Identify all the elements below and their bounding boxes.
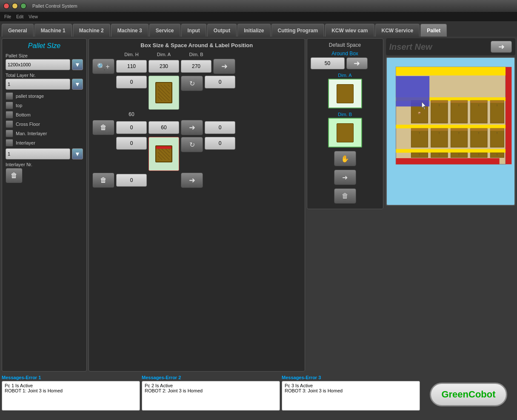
top-checkbox[interactable] — [6, 102, 13, 109]
r2-sub-a[interactable] — [116, 121, 147, 134]
sub-b-input-2[interactable] — [205, 137, 235, 150]
delete-row2-button[interactable]: 🗑 — [92, 173, 114, 188]
arrow-right-button-1[interactable]: ➜ — [213, 59, 235, 74]
dim-a-preview-box — [337, 84, 354, 103]
svg-text:↑: ↑ — [496, 104, 498, 107]
svg-text:↑: ↑ — [458, 153, 460, 156]
msg-box-1: Pc 1 Is Active ROBOT 1: Joint 3 is Homed — [2, 381, 140, 411]
man-interlayer-checkbox[interactable] — [6, 130, 13, 137]
ds-delete-button[interactable]: 🗑 — [334, 188, 356, 204]
menu-bar: File Edit View — [0, 12, 517, 21]
tab-output[interactable]: Output — [207, 24, 237, 37]
arrow-right-button-2[interactable]: ➜ — [181, 120, 203, 135]
svg-text:↑: ↑ — [496, 153, 498, 156]
interlayer-value-input[interactable] — [6, 148, 70, 159]
tab-cutting-program[interactable]: Cutting Program — [271, 24, 325, 37]
tab-service[interactable]: Service — [149, 24, 180, 37]
maximize-btn[interactable] — [20, 3, 26, 9]
box-preview-1 — [149, 76, 179, 110]
msg-line1-2: Pc 2 Is Active — [145, 383, 277, 388]
total-layer-row: ▼ — [6, 79, 83, 90]
sub-a-input-2[interactable] — [116, 137, 147, 150]
dim-a-input-1[interactable] — [149, 60, 179, 73]
sub-a-input-1[interactable] — [116, 76, 147, 88]
tab-bar: General Machine 1 Machine 2 Machine 3 Se… — [0, 21, 517, 37]
cross-floor-checkbox[interactable] — [6, 120, 13, 128]
tab-machine3[interactable]: Machine 3 — [111, 24, 149, 37]
checkbox-man-interlayer[interactable]: Man. Interlayer — [6, 130, 83, 137]
tab-initialize[interactable]: Initialize — [237, 24, 270, 37]
msg-line2-3: ROBOT 3: Joint 3 is Homed — [285, 388, 417, 393]
svg-rect-17 — [490, 100, 504, 103]
dim-h-input-1[interactable] — [116, 60, 147, 73]
sub-b-input-1[interactable] — [205, 76, 235, 88]
tab-machine1[interactable]: Machine 1 — [34, 24, 72, 37]
box-preview-2 — [149, 137, 179, 171]
svg-text:↑: ↑ — [438, 104, 440, 107]
dim-b-preview — [328, 118, 362, 148]
tab-machine2[interactable]: Machine 2 — [73, 24, 110, 37]
interlayer-row: ▼ — [6, 148, 83, 159]
pallet-size-dropdown[interactable]: ▼ — [72, 59, 83, 70]
pallet-storage-checkbox[interactable] — [6, 92, 13, 100]
svg-text:↑: ↑ — [438, 153, 440, 156]
around-box-input[interactable] — [311, 57, 345, 69]
insert-new-label: Insert New — [389, 42, 432, 52]
svg-rect-3 — [396, 158, 499, 164]
r2-sub-b[interactable] — [149, 121, 179, 134]
svg-text:↑: ↑ — [438, 131, 440, 135]
interlayer-checkbox[interactable] — [6, 139, 13, 147]
around-box-arrow-btn[interactable]: ➜ — [346, 57, 368, 69]
svg-rect-2 — [506, 67, 511, 164]
tab-input[interactable]: Input — [181, 24, 206, 37]
arrow-right-button-3[interactable]: ➜ — [181, 173, 203, 188]
title-bar: Pallet Control System — [0, 0, 517, 12]
svg-rect-49 — [396, 67, 506, 75]
msg-title-1: Messages-Error 1 — [2, 375, 140, 380]
svg-rect-5 — [396, 125, 506, 128]
greencobot-button[interactable]: GreenCobot — [430, 383, 507, 406]
zoom-in-button[interactable]: 🔍+ — [92, 59, 114, 74]
dim-b-input-1[interactable] — [181, 60, 211, 73]
ds-arrow-button[interactable]: ➜ — [334, 170, 356, 185]
tab-kcw-wiev-cam[interactable]: KCW wiev cam — [325, 24, 374, 37]
tab-pallet[interactable]: Pallet — [420, 24, 447, 37]
total-layer-dropdown[interactable]: ▼ — [72, 79, 83, 90]
checkbox-bottom[interactable]: Bottom — [6, 111, 83, 119]
tab-general[interactable]: General — [2, 24, 34, 37]
checkbox-cross-floor[interactable]: Cross Floor — [6, 120, 83, 128]
total-layer-input[interactable] — [6, 79, 70, 90]
checkbox-interlayer[interactable]: Interlayer — [6, 139, 83, 147]
row2-bottom-input[interactable] — [116, 174, 147, 187]
insert-new-button[interactable]: ➜ — [491, 41, 512, 53]
delete-row1-button[interactable]: 🗑 — [92, 120, 114, 135]
dim-a-ds-label: Dim. A — [311, 73, 380, 78]
checkbox-top[interactable]: top — [6, 102, 83, 109]
messages-area: Messages-Error 1 Pc 1 Is Active ROBOT 1:… — [0, 373, 517, 416]
man-interlayer-label: Man. Interlayer — [16, 131, 47, 136]
main-content: Pallet SIze Pallet Size ▼ Total Layer Nr… — [0, 37, 517, 373]
dim-b-ds-label: Dim. B — [311, 112, 380, 117]
interlayer-dropdown[interactable]: ▼ — [72, 148, 83, 159]
messages-error-3-section: Messages-Error 3 Pc 3 Is Active ROBOT 3:… — [282, 375, 420, 414]
checkbox-pallet-storage[interactable]: pallet storage — [6, 92, 83, 100]
msg-line1-1: Pc 1 Is Active — [5, 383, 137, 388]
menu-item[interactable]: Edit — [14, 14, 26, 19]
bottom-checkbox[interactable] — [6, 111, 13, 119]
r2-sub-c[interactable] — [205, 121, 235, 134]
tab-kcw-service[interactable]: KCW Service — [375, 24, 420, 37]
interlayer-delete-button[interactable]: 🗑 — [6, 168, 23, 183]
minimize-btn[interactable] — [12, 3, 18, 9]
hand-button[interactable]: ✋ — [334, 151, 356, 166]
pallet-size-input[interactable] — [6, 59, 70, 70]
box-image-1 — [155, 82, 172, 103]
rotate-button-2[interactable]: ↻ — [181, 137, 203, 152]
row1-val1: 60 — [116, 111, 147, 117]
rotate-button-1[interactable]: ↻ — [181, 76, 203, 91]
svg-rect-24 — [411, 128, 428, 131]
menu-item[interactable]: File — [2, 14, 14, 19]
dim-h-header: Dim. H — [116, 52, 147, 57]
close-btn[interactable] — [3, 3, 9, 9]
menu-item[interactable]: View — [26, 14, 40, 19]
pallet-size-title: Pallet SIze — [6, 42, 83, 50]
